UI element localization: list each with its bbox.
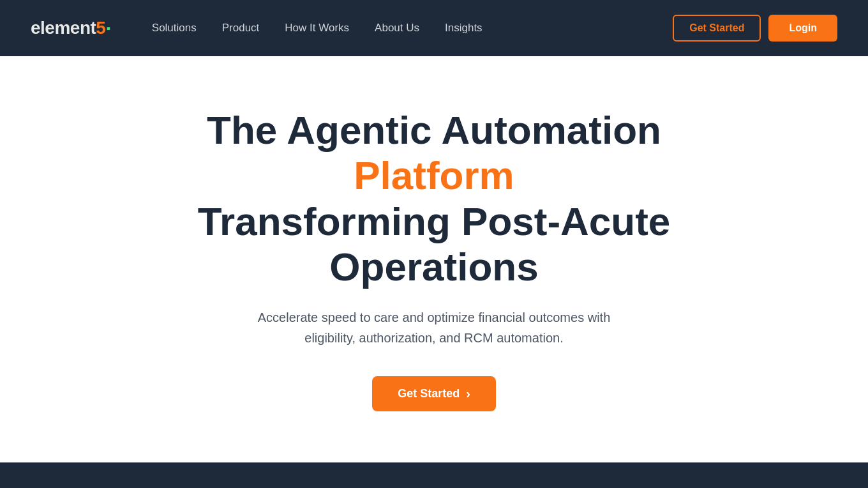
chevron-right-icon: ›	[466, 386, 470, 401]
logo[interactable]: element5·	[31, 18, 111, 38]
nav-link-insights[interactable]: Insights	[435, 17, 493, 40]
hero-title-part1: The Agentic Automation	[207, 108, 661, 152]
nav-login-button[interactable]: Login	[768, 15, 837, 42]
nav-links: Solutions Product How It Works About Us …	[142, 17, 493, 40]
navbar: element5· Solutions Product How It Works…	[0, 0, 868, 56]
nav-link-product[interactable]: Product	[212, 17, 270, 40]
hero-cta-label: Get Started	[398, 387, 460, 400]
nav-link-about-us[interactable]: About Us	[364, 17, 430, 40]
logo-text-5: 5	[96, 18, 105, 38]
logo-text-element: element	[31, 18, 96, 38]
hero-cta-button[interactable]: Get Started ›	[372, 376, 496, 411]
hero-section: The Agentic Automation Platform Transfor…	[0, 56, 868, 462]
hero-subtitle: Accelerate speed to care and optimize fi…	[243, 307, 625, 348]
nav-link-how-it-works[interactable]: How It Works	[274, 17, 359, 40]
hero-title-highlight: Platform	[354, 153, 514, 197]
trust-section: Trusted Post Acute Workflow Automation P…	[0, 462, 868, 488]
nav-get-started-button[interactable]: Get Started	[673, 15, 761, 42]
navbar-right: Get Started Login	[673, 15, 837, 42]
hero-title: The Agentic Automation Platform Transfor…	[160, 107, 708, 289]
nav-link-solutions[interactable]: Solutions	[142, 17, 207, 40]
navbar-left: element5· Solutions Product How It Works…	[31, 17, 493, 40]
hero-title-part2: Transforming Post-Acute Operations	[198, 199, 671, 289]
logo-dot: ·	[105, 18, 110, 38]
